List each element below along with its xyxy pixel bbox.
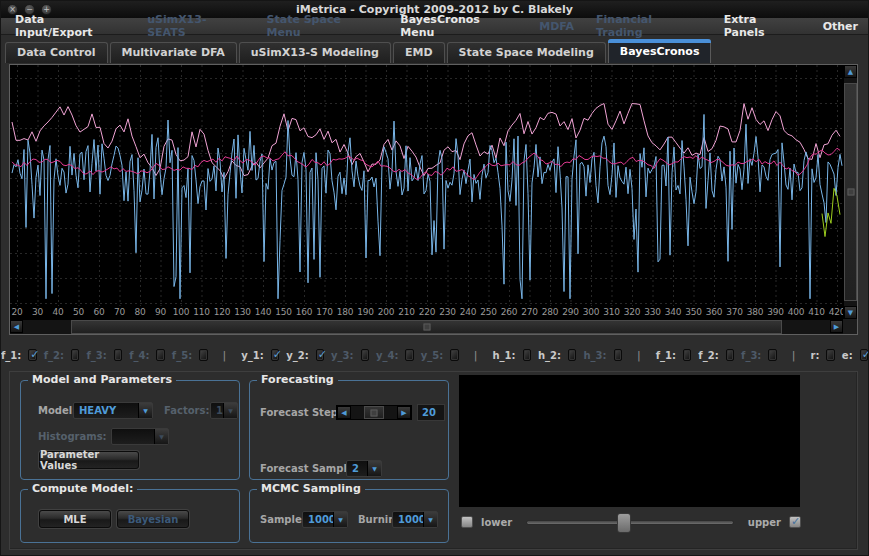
menu-extra-panels[interactable]: Extra Panels [714, 13, 811, 39]
chevron-down-icon[interactable]: ▼ [367, 461, 381, 476]
toggle-checkbox-h_1[interactable] [523, 349, 531, 361]
spinner-track[interactable] [351, 406, 397, 419]
scroll-up-icon[interactable]: ▲ [844, 65, 857, 78]
maximize-icon[interactable]: + [41, 4, 52, 15]
x-axis-label: 230 [439, 307, 455, 317]
toggle-checkbox-f_2[interactable] [71, 349, 79, 361]
toggle-checkbox-f_2[interactable] [726, 349, 734, 361]
x-axis-label: 100 [173, 307, 189, 317]
forecast-steps-field[interactable]: 20 [417, 404, 445, 421]
scroll-grip [847, 189, 854, 196]
toggle-checkbox-f_1[interactable] [683, 349, 691, 361]
x-axis-label: 380 [747, 307, 763, 317]
toggle-checkbox-f_4[interactable] [156, 349, 164, 361]
menu-other[interactable]: Other [813, 20, 868, 33]
scroll-down-icon[interactable]: ▼ [844, 306, 857, 319]
toggle-label: y_3: [331, 350, 353, 361]
toggle-label: f_1: [656, 350, 676, 361]
toggle-checkbox-y_2[interactable] [316, 349, 324, 361]
toggle-label: f_3: [86, 350, 106, 361]
horizontal-scrollbar[interactable]: ◀ ▶ [10, 319, 843, 334]
toggle-label: f_4: [129, 350, 149, 361]
toggle-checkbox-h_3[interactable] [614, 349, 622, 361]
chevron-down-icon[interactable]: ▼ [333, 512, 347, 527]
toggle-checkbox-e[interactable] [860, 349, 868, 361]
x-axis-label: 40 [53, 307, 64, 317]
forecasting-group: Forecasting Forecast Steps: ◀ ▶ 20 Forec… [249, 380, 449, 480]
toggle-label: f_1: [1, 350, 21, 361]
range-slider[interactable] [526, 520, 734, 525]
mcmc-samples-select[interactable]: 1000 ▼ [302, 511, 348, 528]
toggle-checkbox-f_3[interactable] [768, 349, 776, 361]
toggle-label: f_3: [741, 350, 761, 361]
factors-select[interactable]: 1 ▼ [210, 402, 238, 419]
vertical-scroll-thumb[interactable] [844, 83, 857, 302]
menu-bar: Data Input/Export uSimX13-SEATS State Sp… [1, 18, 868, 35]
x-axis-label: 290 [562, 307, 578, 317]
close-icon[interactable]: × [7, 4, 18, 15]
x-axis-label: 250 [480, 307, 496, 317]
histograms-label: Histograms: [38, 431, 107, 442]
menu-data-input-export[interactable]: Data Input/Export [5, 13, 135, 39]
toggle-checkbox-f_5[interactable] [199, 349, 207, 361]
toggle-checkbox-y_4[interactable] [405, 349, 413, 361]
x-axis-label: 50 [73, 307, 84, 317]
tab-emd[interactable]: EMD [393, 42, 445, 63]
tab-bayescronos[interactable]: BayesCronos [608, 39, 712, 63]
tab-usimx13-modeling[interactable]: uSimX13-S Modeling [239, 42, 391, 63]
histograms-select[interactable]: ▼ [111, 428, 169, 445]
mle-button[interactable]: MLE [39, 510, 111, 528]
scroll-right-icon[interactable]: ▶ [830, 320, 843, 333]
group-title: Model and Parameters [28, 373, 176, 386]
x-axis-label: 280 [542, 307, 558, 317]
x-axis-label: 60 [94, 307, 105, 317]
spinner-left-icon[interactable]: ◀ [337, 406, 351, 419]
horizontal-scroll-thumb[interactable] [71, 320, 781, 334]
minimize-icon[interactable]: − [24, 4, 35, 15]
vertical-scroll-track[interactable] [844, 78, 857, 306]
app-window: iMetrica - Copyright 2009-2012 by C. Bla… [0, 0, 869, 556]
scroll-left-icon[interactable]: ◀ [10, 320, 23, 333]
spinner-right-icon[interactable]: ▶ [397, 406, 411, 419]
toggle-label: h_2: [538, 350, 561, 361]
chevron-down-icon[interactable]: ▼ [138, 403, 152, 418]
forecast-samples-select[interactable]: 2 ▼ [346, 460, 382, 477]
vertical-scrollbar[interactable]: ▲ ▼ [843, 65, 857, 319]
group-separator: | [792, 349, 796, 362]
menu-bayescronos[interactable]: BayesCronos Menu [390, 13, 527, 39]
chevron-down-icon[interactable]: ▼ [423, 512, 437, 527]
range-slider-thumb[interactable] [617, 513, 631, 533]
parameter-values-button[interactable]: Parameter Values [39, 451, 139, 469]
toggle-checkbox-f_3[interactable] [114, 349, 122, 361]
model-label: Model: [38, 405, 76, 416]
tab-state-space-modeling[interactable]: State Space Modeling [447, 42, 606, 63]
toggle-checkbox-y_5[interactable] [450, 349, 458, 361]
x-axis-label: 20 [12, 307, 23, 317]
series-toggle-row: f_1:f_2:f_3:f_4:f_5:|y_1:y_2:y_3:y_4:y_5… [1, 343, 868, 367]
x-axis-label: 120 [214, 307, 230, 317]
control-panel: Model and Parameters Model: HEAVY ▼ Fact… [9, 371, 858, 550]
forecast-steps-spinner[interactable]: ◀ ▶ [336, 405, 412, 420]
spinner-thumb[interactable] [364, 406, 384, 419]
toggle-checkbox-y_3[interactable] [361, 349, 369, 361]
model-select[interactable]: HEAVY ▼ [73, 402, 153, 419]
toggle-checkbox-f_1[interactable] [28, 349, 36, 361]
tab-data-control[interactable]: Data Control [5, 42, 108, 63]
toggle-checkbox-r[interactable] [826, 349, 834, 361]
lower-checkbox[interactable] [461, 516, 473, 528]
horizontal-scroll-track[interactable] [23, 320, 830, 334]
burnin-select[interactable]: 1000 ▼ [392, 511, 438, 528]
toggle-checkbox-h_2[interactable] [568, 349, 576, 361]
x-axis-label: 320 [624, 307, 640, 317]
x-axis-label: 70 [114, 307, 125, 317]
toggle-checkbox-y_1[interactable] [271, 349, 279, 361]
x-axis-label: 130 [234, 307, 250, 317]
upper-checkbox[interactable] [789, 516, 801, 528]
x-axis-label: 140 [255, 307, 271, 317]
x-axis: 2030405060708090100110120130140150160170… [10, 306, 843, 319]
bayesian-button[interactable]: Bayesian [117, 510, 189, 528]
x-axis-label: 200 [378, 307, 394, 317]
tab-multivariate-dfa[interactable]: Multivariate DFA [110, 42, 237, 63]
toggle-label: f_2: [698, 350, 718, 361]
x-axis-label: 340 [665, 307, 681, 317]
